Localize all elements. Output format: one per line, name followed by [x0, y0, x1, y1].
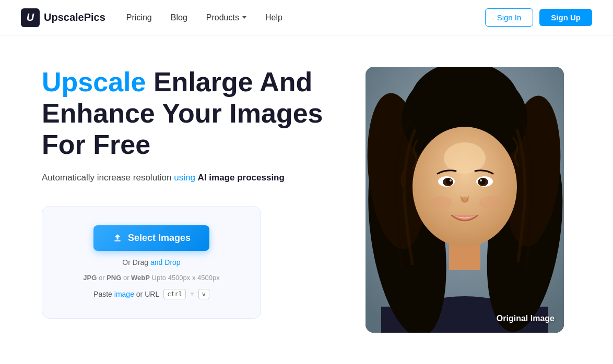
upload-icon	[112, 233, 123, 243]
and-drop-highlight: and Drop	[150, 258, 181, 266]
signup-button[interactable]: Sign Up	[539, 9, 592, 26]
demo-image-svg	[366, 67, 564, 333]
plus-sign: +	[190, 290, 194, 298]
kbd-ctrl: ctrl	[163, 289, 186, 299]
format-webp: WebP	[131, 274, 150, 282]
logo-icon: U	[21, 8, 40, 27]
hero-title: Upscale Enlarge And Enhance Your Images …	[42, 67, 345, 160]
logo-link[interactable]: U UpscalePics	[21, 8, 105, 27]
paste-label: Paste image or URL	[93, 290, 159, 298]
demo-image-container: Original Image	[366, 67, 564, 333]
nav-blog[interactable]: Blog	[171, 13, 187, 22]
paste-image-word: image	[114, 290, 134, 298]
hero-title-highlight: Upscale	[42, 67, 146, 97]
svg-point-13	[444, 142, 486, 174]
file-types-text: JPG or PNG or WebP Upto 4500px x 4500px	[83, 274, 219, 282]
svg-rect-0	[114, 240, 121, 241]
svg-point-20	[479, 178, 486, 185]
upload-box: Select Images Or Drag and Drop JPG or PN…	[42, 206, 261, 319]
left-section: Upscale Enlarge And Enhance Your Images …	[42, 67, 345, 319]
right-section: Original Image	[366, 67, 564, 333]
demo-image-label: Original Image	[497, 314, 555, 323]
paste-row: Paste image or URL ctrl + v	[93, 289, 209, 299]
format-jpg: JPG	[83, 274, 97, 282]
logo-text: UpscalePics	[44, 11, 105, 23]
svg-point-24	[479, 196, 500, 209]
subtitle-bold: AI image processing	[198, 173, 285, 183]
navbar: U UpscalePics Pricing Blog Products Help…	[0, 0, 613, 35]
demo-image-bg	[366, 67, 564, 333]
select-images-button[interactable]: Select Images	[93, 225, 209, 251]
nav-pricing[interactable]: Pricing	[126, 13, 152, 22]
nav-help[interactable]: Help	[265, 13, 282, 22]
svg-point-22	[461, 197, 469, 203]
kbd-v: v	[198, 289, 209, 299]
nav-auth: Sign In Sign Up	[485, 8, 592, 27]
products-chevron-icon	[242, 16, 246, 19]
svg-point-17	[450, 179, 452, 181]
subtitle-using: using	[174, 173, 195, 183]
main-content: Upscale Enlarge And Enhance Your Images …	[0, 35, 613, 354]
svg-point-16	[446, 178, 452, 185]
hero-subtitle: Automatically increase resolution using …	[42, 171, 345, 185]
format-png: PNG	[107, 274, 121, 282]
svg-point-21	[480, 179, 482, 181]
nav-links: Pricing Blog Products Help	[126, 13, 485, 22]
drag-drop-text: Or Drag and Drop	[122, 258, 180, 266]
signin-button[interactable]: Sign In	[485, 8, 534, 27]
nav-products[interactable]: Products	[206, 13, 246, 22]
svg-point-23	[431, 196, 452, 209]
subtitle-before: Automatically increase resolution	[42, 173, 174, 183]
